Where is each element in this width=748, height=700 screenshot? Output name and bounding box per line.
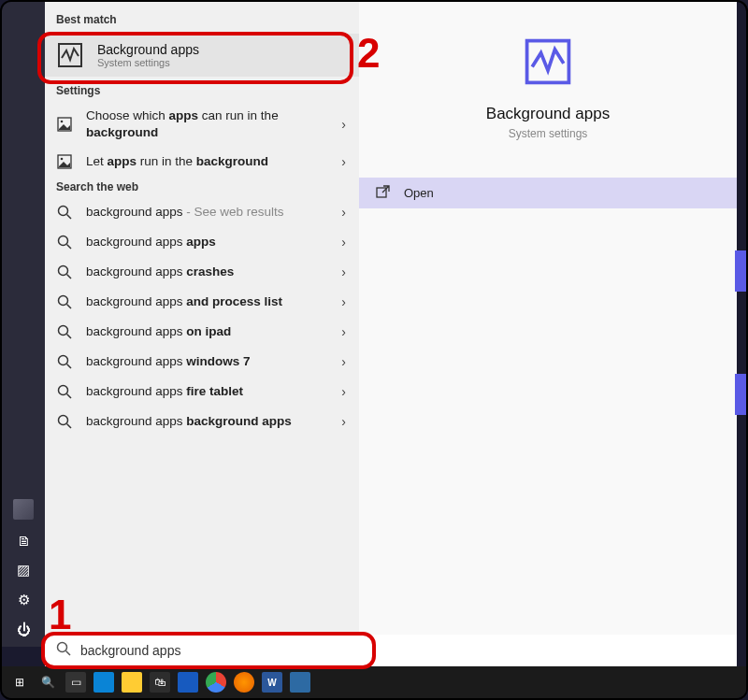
- svg-point-13: [59, 326, 68, 336]
- svg-rect-22: [377, 188, 386, 197]
- window-frame: 🗎 ▨ ⚙ ⏻ Best match Background apps Syste…: [0, 0, 748, 700]
- svg-point-9: [59, 266, 68, 276]
- chrome-icon[interactable]: [206, 672, 226, 693]
- mail-icon[interactable]: [178, 672, 198, 693]
- explorer-icon[interactable]: [122, 672, 142, 693]
- svg-point-2: [61, 120, 64, 122]
- search-panel: Best match Background apps System settin…: [45, 2, 737, 647]
- chevron-right-icon: ›: [341, 154, 346, 169]
- chevron-right-icon: ›: [341, 324, 346, 339]
- chevron-right-icon: ›: [341, 235, 346, 250]
- settings-result[interactable]: Let apps run in the background›: [45, 147, 359, 177]
- web-result[interactable]: background apps crashes›: [45, 257, 359, 287]
- search-icon: [56, 383, 73, 400]
- search-icon: [56, 293, 73, 310]
- svg-point-7: [59, 236, 68, 246]
- svg-point-4: [61, 158, 64, 161]
- user-avatar[interactable]: [13, 499, 34, 520]
- settings-gear-icon[interactable]: ⚙: [18, 592, 30, 608]
- app-icon[interactable]: [290, 672, 310, 693]
- web-result[interactable]: background apps - See web results›: [45, 197, 359, 227]
- best-match-subtitle: System settings: [97, 57, 199, 68]
- settings-result-label: Choose which apps can run in the backgro…: [86, 107, 348, 140]
- preview-column: Background apps System settings Open: [359, 2, 737, 647]
- svg-line-8: [67, 245, 72, 250]
- svg-line-12: [67, 305, 72, 309]
- picture-icon: [56, 116, 73, 133]
- chevron-right-icon: ›: [341, 414, 346, 429]
- search-icon: [56, 323, 73, 340]
- svg-line-14: [67, 335, 72, 339]
- web-result[interactable]: background apps background apps›: [45, 407, 359, 436]
- picture-icon: [56, 153, 73, 170]
- annotation-number-2: 2: [357, 30, 380, 77]
- activity-icon: [56, 41, 84, 69]
- web-result-label: background apps windows 7: [86, 353, 348, 370]
- search-icon: [56, 234, 73, 250]
- start-button[interactable]: ⊞: [9, 672, 30, 693]
- pictures-icon[interactable]: ▨: [17, 562, 30, 579]
- svg-line-24: [66, 651, 71, 656]
- accent-bar: [735, 250, 746, 292]
- section-web: Search the web: [45, 177, 359, 197]
- web-result-label: background apps crashes: [86, 264, 348, 280]
- web-result-label: background apps apps: [86, 234, 348, 250]
- chevron-right-icon: ›: [341, 205, 346, 220]
- search-button[interactable]: 🔍: [37, 672, 58, 693]
- svg-line-10: [67, 275, 72, 279]
- document-icon[interactable]: 🗎: [17, 533, 31, 549]
- settings-result-label: Let apps run in the background: [86, 153, 348, 170]
- web-result-label: background apps background apps: [86, 413, 348, 430]
- svg-point-15: [59, 356, 68, 365]
- edge-icon[interactable]: [94, 672, 114, 693]
- firefox-icon[interactable]: [234, 672, 254, 693]
- search-icon: [56, 641, 71, 660]
- svg-point-5: [59, 207, 68, 216]
- taskview-icon[interactable]: ▭: [65, 672, 86, 693]
- power-icon[interactable]: ⏻: [17, 621, 31, 637]
- annotation-number-1: 1: [49, 592, 71, 638]
- settings-result[interactable]: Choose which apps can run in the backgro…: [45, 101, 359, 147]
- chevron-right-icon: ›: [341, 117, 346, 132]
- svg-point-11: [59, 296, 68, 306]
- svg-line-20: [67, 424, 72, 429]
- search-icon: [56, 413, 73, 430]
- word-icon[interactable]: W: [262, 672, 282, 693]
- chevron-right-icon: ›: [341, 294, 346, 309]
- web-result[interactable]: background apps windows 7›: [45, 347, 359, 377]
- preview-subtitle: System settings: [509, 127, 588, 140]
- svg-point-19: [59, 416, 68, 425]
- svg-line-16: [67, 364, 72, 369]
- svg-line-6: [67, 215, 72, 220]
- chevron-right-icon: ›: [341, 384, 346, 399]
- preview-title: Background apps: [486, 105, 610, 123]
- search-input[interactable]: [80, 643, 726, 658]
- svg-point-23: [58, 643, 67, 652]
- best-match-title: Background apps: [97, 42, 199, 57]
- taskbar: ⊞ 🔍 ▭ 🛍 W: [2, 666, 746, 698]
- web-result-label: background apps - See web results: [86, 204, 348, 221]
- search-box[interactable]: [45, 635, 737, 666]
- web-result[interactable]: background apps on ipad›: [45, 317, 359, 347]
- web-result[interactable]: background apps and process list›: [45, 287, 359, 317]
- web-result-label: background apps on ipad: [86, 323, 348, 340]
- web-result-label: background apps fire tablet: [86, 383, 348, 400]
- svg-point-17: [59, 386, 68, 395]
- best-match-item[interactable]: Background apps System settings: [45, 34, 359, 77]
- web-result-label: background apps and process list: [86, 293, 348, 310]
- chevron-right-icon: ›: [341, 264, 346, 279]
- accent-bar: [735, 374, 746, 415]
- section-settings: Settings: [45, 80, 359, 101]
- svg-line-18: [67, 394, 72, 399]
- open-button[interactable]: Open: [359, 178, 737, 208]
- activity-icon: [520, 34, 576, 90]
- open-label: Open: [404, 186, 434, 200]
- open-icon: [376, 185, 391, 201]
- results-column: Best match Background apps System settin…: [45, 2, 359, 647]
- web-result[interactable]: background apps apps›: [45, 227, 359, 257]
- search-icon: [56, 204, 73, 221]
- store-icon[interactable]: 🛍: [150, 672, 170, 693]
- web-result[interactable]: background apps fire tablet›: [45, 377, 359, 407]
- search-icon: [56, 353, 73, 370]
- section-best-match: Best match: [45, 9, 359, 30]
